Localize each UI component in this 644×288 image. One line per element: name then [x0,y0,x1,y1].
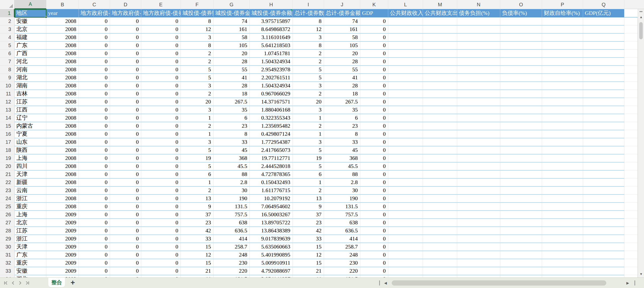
cell-beyond-table[interactable] [624,25,638,33]
last-sheet-icon[interactable] [24,280,30,286]
cell-F4[interactable]: 3 [181,33,213,42]
cell-N25[interactable] [457,203,500,211]
cell-M4[interactable] [423,33,457,42]
cell-J23[interactable]: 30 [324,187,360,195]
cell-A23[interactable]: 云南 [15,187,46,195]
cell-I26[interactable]: 37 [293,211,324,219]
cell-I9[interactable]: 5 [293,74,324,82]
cell-J28[interactable]: 636.5 [324,227,360,235]
cell-K19[interactable]: 0 [360,154,388,162]
cell-I32[interactable]: 15 [293,259,324,267]
cell-I11[interactable]: 2 [293,90,324,98]
row-number-12[interactable]: 12 [0,98,15,106]
cell-O26[interactable] [500,211,542,219]
cell-B31[interactable]: 2009 [46,251,79,259]
cell-C25[interactable]: 0 [79,203,110,211]
column-header-N[interactable]: N [457,0,500,9]
cell-L21[interactable] [388,170,423,178]
cell-A25[interactable]: 重庆 [15,203,46,211]
cell-J4[interactable]: 58 [324,33,360,42]
cell-Q8[interactable] [583,66,624,74]
cell-P5[interactable] [542,42,583,50]
cell-G24[interactable]: 190 [213,195,250,203]
cell-K7[interactable]: 0 [360,58,388,66]
cell-beyond-table[interactable] [624,74,638,82]
cell-I19[interactable]: 19 [293,154,324,162]
row-number-10[interactable]: 10 [0,82,15,90]
cell-beyond-table[interactable] [624,122,638,130]
cell-D26[interactable]: 0 [110,211,141,219]
cell-M17[interactable] [423,138,457,146]
cell-M29[interactable] [423,235,457,243]
cell-K13[interactable]: 0 [360,106,388,114]
cell-Q31[interactable] [583,251,624,259]
cell-N7[interactable] [457,58,500,66]
cell-B5[interactable]: 2008 [46,42,79,50]
cell-L28[interactable] [388,227,423,235]
cell-I22[interactable]: 1 [293,178,324,187]
cell-D10[interactable]: 0 [110,82,141,90]
cell-L6[interactable] [388,50,423,58]
cell-K23[interactable]: 0 [360,187,388,195]
cell-L2[interactable] [388,17,423,25]
cell-beyond-table[interactable] [624,259,638,267]
cell-N14[interactable] [457,114,500,122]
cell-M30[interactable] [423,243,457,251]
cell-N10[interactable] [457,82,500,90]
cell-M1[interactable]: 公共财政支出 [423,9,457,17]
cell-A34[interactable]: 湖北 [15,275,46,277]
cell-H8[interactable]: 2.954923978 [250,66,293,74]
cell-N6[interactable] [457,50,500,58]
cell-H21[interactable]: 4.727878365 [250,170,293,178]
cell-E22[interactable]: 0 [141,178,181,187]
cell-K3[interactable]: 0 [360,25,388,33]
cell-I15[interactable]: 2 [293,122,324,130]
cell-beyond-table[interactable] [624,203,638,211]
cell-A24[interactable]: 浙江 [15,195,46,203]
cell-M3[interactable] [423,25,457,33]
cell-N13[interactable] [457,106,500,114]
cell-O14[interactable] [500,114,542,122]
cell-Q1[interactable]: GDP(亿元) [583,9,624,17]
cell-H28[interactable]: 13.86438389 [250,227,293,235]
cell-K15[interactable]: 0 [360,122,388,130]
cell-K29[interactable]: 0 [360,235,388,243]
cell-P2[interactable] [542,17,583,25]
cell-beyond-table[interactable] [624,267,638,275]
cell-F22[interactable]: 1 [181,178,213,187]
cell-L25[interactable] [388,203,423,211]
cell-beyond-table[interactable] [624,9,638,17]
cell-F33[interactable]: 21 [181,267,213,275]
cell-Q15[interactable] [583,122,624,130]
cell-E6[interactable]: 0 [141,50,181,58]
cell-J13[interactable]: 35 [324,106,360,114]
cell-F20[interactable]: 5 [181,162,213,170]
cell-N29[interactable] [457,235,500,243]
cell-J34[interactable]: 181.5 [324,275,360,277]
cell-A3[interactable]: 北京 [15,25,46,33]
cell-A31[interactable]: 广东 [15,251,46,259]
cell-M19[interactable] [423,154,457,162]
cell-G7[interactable]: 28 [213,58,250,66]
cell-G9[interactable]: 41 [213,74,250,82]
cell-G5[interactable]: 105 [213,42,250,50]
cell-C23[interactable]: 0 [79,187,110,195]
cell-H17[interactable]: 1.772954387 [250,138,293,146]
cell-A12[interactable]: 江苏 [15,98,46,106]
cell-N21[interactable] [457,170,500,178]
cell-beyond-table[interactable] [624,219,638,227]
cell-L18[interactable] [388,146,423,154]
cell-A9[interactable]: 湖北 [15,74,46,82]
cell-M6[interactable] [423,50,457,58]
cell-beyond-table[interactable] [624,211,638,219]
cell-J33[interactable]: 220 [324,267,360,275]
cell-F9[interactable]: 5 [181,74,213,82]
cell-J11[interactable]: 18 [324,90,360,98]
cell-L16[interactable] [388,130,423,138]
cell-J6[interactable]: 20 [324,50,360,58]
cell-L24[interactable] [388,195,423,203]
cell-N28[interactable] [457,227,500,235]
cell-M21[interactable] [423,170,457,178]
cell-N34[interactable] [457,275,500,277]
cell-E24[interactable]: 0 [141,195,181,203]
